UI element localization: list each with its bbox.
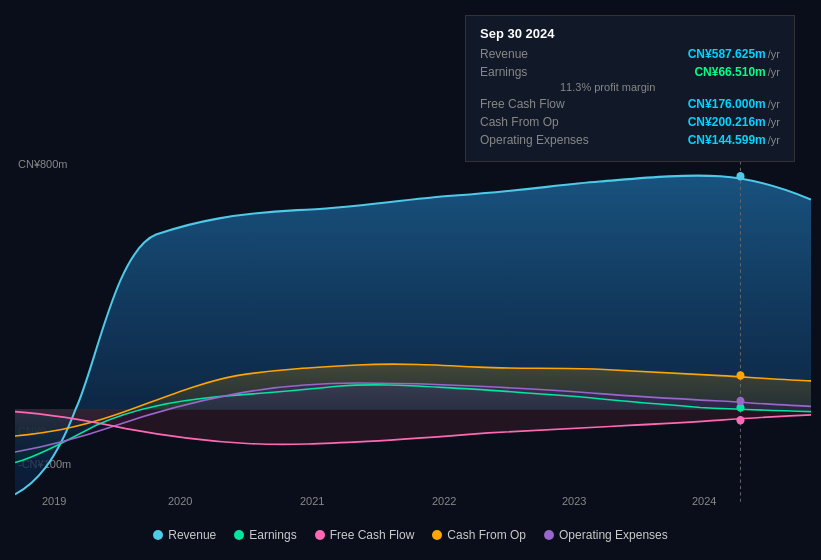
legend-opex-label: Operating Expenses [559, 528, 668, 542]
tooltip-revenue-row: Revenue CN¥587.625m/yr [480, 47, 780, 61]
legend-earnings-label: Earnings [249, 528, 296, 542]
tooltip-opex-value: CN¥144.599m [688, 133, 766, 147]
x-label-2019: 2019 [42, 495, 66, 507]
chart-legend: Revenue Earnings Free Cash Flow Cash Fro… [0, 528, 821, 542]
tooltip-date: Sep 30 2024 [480, 26, 780, 41]
legend-cashfromop[interactable]: Cash From Op [432, 528, 526, 542]
legend-cashfromop-label: Cash From Op [447, 528, 526, 542]
tooltip-fcf-row: Free Cash Flow CN¥176.000m/yr [480, 97, 780, 111]
tooltip-cashfromop-row: Cash From Op CN¥200.216m/yr [480, 115, 780, 129]
legend-earnings[interactable]: Earnings [234, 528, 296, 542]
chart-area [15, 155, 811, 505]
chart-container: Sep 30 2024 Revenue CN¥587.625m/yr Earni… [0, 0, 821, 560]
legend-revenue-dot [153, 530, 163, 540]
x-label-2021: 2021 [300, 495, 324, 507]
tooltip-opex-row: Operating Expenses CN¥144.599m/yr [480, 133, 780, 147]
legend-earnings-dot [234, 530, 244, 540]
tooltip-cashfromop-label: Cash From Op [480, 115, 559, 129]
tooltip-cashfromop-value: CN¥200.216m [688, 115, 766, 129]
x-label-2023: 2023 [562, 495, 586, 507]
fcf-dot [736, 416, 744, 424]
x-label-2022: 2022 [432, 495, 456, 507]
legend-opex-dot [544, 530, 554, 540]
tooltip-earnings-row: Earnings CN¥66.510m/yr [480, 65, 780, 79]
cashfromop-dot [736, 371, 744, 379]
tooltip-revenue-value: CN¥587.625m [688, 47, 766, 61]
tooltip-revenue-label: Revenue [480, 47, 528, 61]
revenue-dot [736, 172, 744, 180]
legend-cashfromop-dot [432, 530, 442, 540]
tooltip-box: Sep 30 2024 Revenue CN¥587.625m/yr Earni… [465, 15, 795, 162]
x-label-2024: 2024 [692, 495, 716, 507]
x-label-2020: 2020 [168, 495, 192, 507]
opex-dot [736, 397, 744, 405]
tooltip-earnings-value: CN¥66.510m [694, 65, 765, 79]
legend-revenue-label: Revenue [168, 528, 216, 542]
profit-margin-text: 11.3% profit margin [480, 81, 780, 93]
legend-revenue[interactable]: Revenue [153, 528, 216, 542]
legend-opex[interactable]: Operating Expenses [544, 528, 668, 542]
legend-fcf-label: Free Cash Flow [330, 528, 415, 542]
revenue-area [15, 176, 811, 495]
legend-fcf[interactable]: Free Cash Flow [315, 528, 415, 542]
tooltip-opex-label: Operating Expenses [480, 133, 589, 147]
tooltip-fcf-value: CN¥176.000m [688, 97, 766, 111]
legend-fcf-dot [315, 530, 325, 540]
tooltip-earnings-label: Earnings [480, 65, 527, 79]
chart-svg [15, 155, 811, 505]
tooltip-fcf-label: Free Cash Flow [480, 97, 565, 111]
